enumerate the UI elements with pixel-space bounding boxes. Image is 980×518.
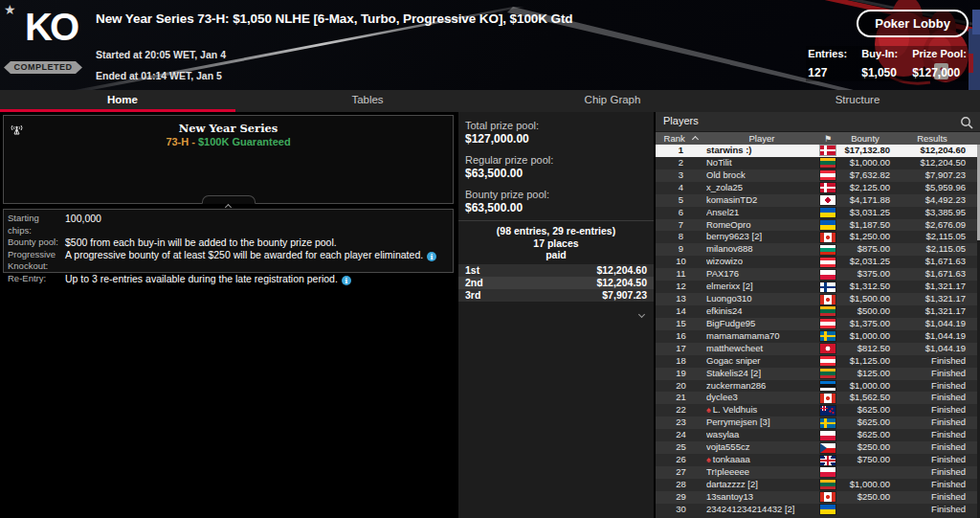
- table-row[interactable]: 3Old brock$7,632.82$7,907.23: [656, 169, 980, 182]
- table-row[interactable]: 30234241234214432 [2]Finished: [656, 504, 980, 516]
- players-titlebar: Players: [656, 112, 980, 132]
- table-row[interactable]: 2NoTilit$1,000.00$12,204.50: [656, 157, 980, 169]
- player-bounty: $250.00: [838, 491, 892, 504]
- table-row[interactable]: 4x_zola25$2,125.00$5,959.96: [656, 182, 980, 194]
- table-row[interactable]: 18Gogac sniper$1,125.00Finished: [656, 355, 980, 368]
- column-results[interactable]: Results: [892, 132, 972, 146]
- player-bounty: $1,562.50: [838, 392, 892, 404]
- player-name: wasylaa: [706, 429, 817, 441]
- player-result: $1,671.63: [892, 256, 972, 268]
- flag-icon-gb: [820, 456, 835, 465]
- player-rank: 11: [656, 268, 706, 281]
- live-broadcast-icon[interactable]: [10, 122, 24, 136]
- player-bounty: $250.00: [838, 441, 892, 454]
- player-name: ♠tonkaaaa: [706, 454, 817, 466]
- column-player[interactable]: Player: [706, 132, 817, 146]
- flag-icon-cz: [820, 443, 835, 453]
- table-row[interactable]: 16mamamamama70$1,000.00$1,044.19: [656, 330, 980, 343]
- table-row[interactable]: 2913santoy13$250.00Finished: [656, 491, 980, 504]
- tab-structure[interactable]: Structure: [735, 90, 980, 112]
- table-row[interactable]: 28dartazzzz [2]$1,000.00Finished: [656, 479, 980, 491]
- tab-chip-graph[interactable]: Chip Graph: [490, 90, 735, 112]
- column-bounty[interactable]: Bounty: [838, 132, 892, 146]
- player-rank: 1: [656, 145, 706, 157]
- player-rank: 10: [656, 256, 706, 268]
- table-row[interactable]: 24wasylaa$625.00Finished: [656, 429, 980, 441]
- info-value: Up to 3 re-entries available during the …: [65, 273, 449, 285]
- table-row[interactable]: 12elmerixx [2]$1,312.50$1,321.17: [656, 281, 980, 293]
- tab-home[interactable]: Home: [0, 90, 245, 112]
- player-bounty: $1,125.00: [838, 355, 892, 368]
- table-row[interactable]: 7RomeOpro$1,187.50$2,676.09: [656, 219, 980, 232]
- player-name: NoTilit: [706, 157, 817, 169]
- flag-icon-ca: [820, 295, 835, 304]
- table-row[interactable]: 11PAX176$375.00$1,671.63: [656, 268, 980, 281]
- player-rank: 16: [656, 330, 706, 343]
- table-row[interactable]: 17matthewcheet$812.50$1,044.19: [656, 343, 980, 355]
- info-icon[interactable]: i: [342, 276, 351, 285]
- player-name: PAX176: [706, 268, 817, 281]
- player-flag-cell: [817, 268, 838, 281]
- player-flag-cell: [817, 330, 838, 343]
- player-result: $7,907.23: [892, 169, 972, 182]
- flag-icon-pl: [820, 431, 835, 440]
- column-rank[interactable]: Rank: [656, 132, 706, 146]
- poker-lobby-button[interactable]: Poker Lobby: [857, 10, 969, 37]
- player-rank: 3: [656, 169, 706, 182]
- total-prize-value: $127,000.00: [465, 132, 647, 146]
- player-bounty: $1,000.00: [838, 330, 892, 343]
- player-bounty: $17,132.80: [838, 145, 892, 157]
- table-row[interactable]: 26♠tonkaaaa$750.00Finished: [656, 454, 980, 466]
- table-row[interactable]: 13Luongo310$1,500.00$1,321.17: [656, 293, 980, 305]
- payout-place: 1st: [465, 264, 479, 277]
- table-row[interactable]: 20zuckerman286$1,000.00Finished: [656, 380, 980, 393]
- table-row[interactable]: 8berny9623 [2]$1,250.00$2,115.05: [656, 231, 980, 243]
- player-result: Finished: [892, 454, 972, 466]
- column-flag[interactable]: ⚑: [817, 132, 838, 146]
- table-row[interactable]: 22♠L. Veldhuis$625.00Finished: [656, 404, 980, 417]
- player-name: Tr!pleeeee: [706, 466, 817, 479]
- table-row[interactable]: 25vojta555cz$250.00Finished: [656, 441, 980, 454]
- search-icon[interactable]: [959, 115, 974, 130]
- places-paid-line2: paid: [458, 249, 654, 261]
- player-result: Finished: [892, 380, 972, 393]
- table-row[interactable]: 15BigFudge95$1,375.00$1,044.19: [656, 318, 980, 330]
- stat-buy-in: Buy-In:$1,050: [861, 48, 898, 79]
- table-row[interactable]: 9milanov888$875.00$2,115.05: [656, 243, 980, 256]
- table-row[interactable]: 19Stakelis24 [2]$125.00Finished: [656, 368, 980, 380]
- right-edge-art: [969, 10, 980, 90]
- player-name: starwins :): [706, 145, 817, 157]
- table-row[interactable]: 21dyclee3$1,562.50Finished: [656, 392, 980, 404]
- collapse-banner-button[interactable]: [202, 195, 256, 204]
- flag-icon-ua: [820, 505, 835, 514]
- table-row[interactable]: 5komasinTD2$4,171.88$4,492.23: [656, 194, 980, 207]
- table-row[interactable]: 14efkinis24$500.00$1,321.17: [656, 305, 980, 318]
- payout-place: 2nd: [465, 277, 483, 289]
- table-row[interactable]: 23Perrymejsen [3]$625.00Finished: [656, 417, 980, 429]
- player-flag-cell: [817, 479, 838, 491]
- player-bounty: $7,632.82: [838, 169, 892, 182]
- player-flag-cell: [817, 380, 838, 393]
- stat-label: Buy-In:: [861, 48, 898, 59]
- flag-icon-lt: [820, 369, 835, 378]
- player-bounty: $4,171.88: [838, 194, 892, 207]
- player-bounty: $1,187.50: [838, 219, 892, 232]
- expand-payouts-button[interactable]: [458, 302, 654, 321]
- payout-row-2nd: 2nd$12,204.50: [458, 277, 654, 289]
- table-row[interactable]: 27Tr!pleeeeeFinished: [656, 466, 980, 479]
- favorite-star-icon[interactable]: ★: [4, 2, 16, 17]
- player-result: $2,115.05: [892, 243, 972, 256]
- player-name: Stakelis24 [2]: [706, 368, 817, 380]
- player-rank: 25: [656, 441, 706, 454]
- player-name: dartazzzz [2]: [706, 479, 817, 491]
- table-row[interactable]: 1starwins :)$17,132.80$12,204.60: [656, 145, 980, 157]
- player-flag-cell: [817, 491, 838, 504]
- player-bounty: $2,125.00: [838, 182, 892, 194]
- player-bounty: $1,000.00: [838, 157, 892, 169]
- table-row[interactable]: 6Ansel21$3,031.25$3,385.95: [656, 207, 980, 219]
- table-row[interactable]: 10wizowizo$2,031.25$1,671.63: [656, 256, 980, 268]
- info-icon[interactable]: i: [427, 252, 436, 261]
- tournament-lobby-window: ★ KO COMPLETED New Year Series 73-H: $1,…: [0, 0, 980, 518]
- tab-tables[interactable]: Tables: [245, 90, 490, 112]
- player-rank: 24: [656, 429, 706, 441]
